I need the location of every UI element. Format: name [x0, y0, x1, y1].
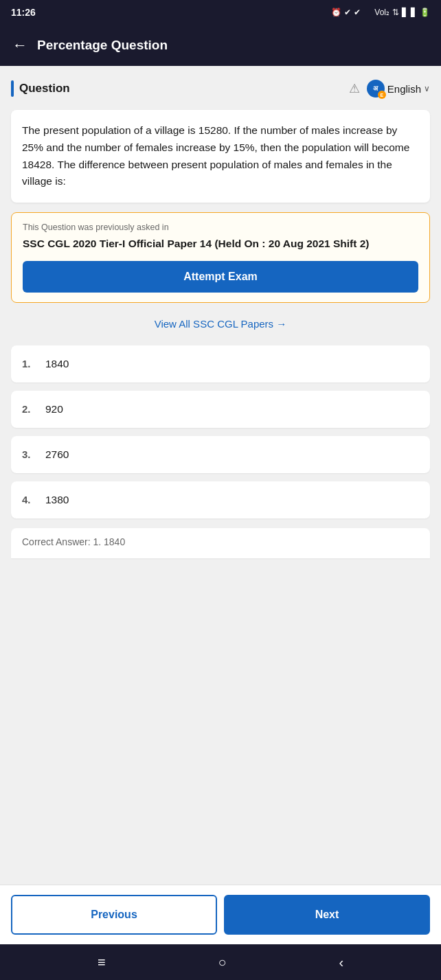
option-3-value: 2760: [45, 448, 69, 461]
options-container: 1. 1840 2. 920 3. 2760 4. 1380: [11, 345, 430, 519]
status-icons: ⏰ ✔ ✔ Vol₂ ⇅ ▋ ▋ 🔋: [331, 8, 430, 17]
menu-icon[interactable]: ≡: [98, 955, 106, 970]
option-3-number: 3.: [22, 448, 36, 460]
check-icon: ✔: [344, 8, 351, 17]
option-3[interactable]: 3. 2760: [11, 436, 430, 473]
signal2-icon: ▋: [411, 8, 417, 17]
question-label-wrap: Question: [11, 80, 70, 97]
attempt-exam-button[interactable]: Attempt Exam: [23, 261, 418, 293]
alarm-icon: ⏰: [331, 8, 341, 17]
next-button[interactable]: Next: [224, 895, 430, 935]
option-1[interactable]: 1. 1840: [11, 345, 430, 383]
option-1-value: 1840: [45, 358, 69, 370]
back-nav-icon[interactable]: ‹: [339, 955, 343, 970]
language-icon: अ E: [367, 80, 385, 98]
previous-button[interactable]: Previous: [11, 895, 217, 935]
option-2[interactable]: 2. 920: [11, 391, 430, 428]
previously-asked-label: This Question was previously asked in: [23, 223, 418, 232]
header: ← Percentage Question: [0, 25, 441, 66]
language-selector[interactable]: अ E English ∨: [367, 80, 430, 98]
option-2-value: 920: [45, 403, 63, 415]
chevron-down-icon: ∨: [424, 84, 430, 93]
bottom-nav: ≡ ○ ‹: [0, 944, 441, 980]
volte-icon: Vol₂: [374, 8, 389, 17]
question-header-right: ⚠ अ E English ∨: [349, 80, 430, 98]
wifi-icon: ⇅: [392, 8, 399, 17]
blue-accent-bar: [11, 80, 14, 97]
correct-answer-bar: Correct Answer: 1. 1840: [11, 528, 430, 558]
navigation-buttons: Previous Next: [0, 885, 441, 944]
option-4[interactable]: 4. 1380: [11, 481, 430, 519]
lang-overlay: E: [378, 91, 386, 99]
option-2-number: 2.: [22, 403, 36, 415]
question-card: The present population of a village is 1…: [11, 110, 430, 203]
correct-answer-text: Correct Answer: 1. 1840: [22, 536, 125, 547]
question-label: Question: [19, 82, 70, 95]
option-1-number: 1.: [22, 358, 36, 369]
option-4-number: 4.: [22, 494, 36, 505]
back-button[interactable]: ←: [12, 36, 27, 54]
status-bar: 11:26 ⏰ ✔ ✔ Vol₂ ⇅ ▋ ▋ 🔋: [0, 0, 441, 25]
question-header: Question ⚠ अ E English ∨: [11, 77, 430, 100]
status-time: 11:26: [11, 7, 36, 18]
home-icon[interactable]: ○: [218, 955, 226, 970]
signal1-icon: ▋: [402, 8, 408, 17]
check2-icon: ✔: [354, 8, 361, 17]
previously-asked-box: This Question was previously asked in SS…: [11, 212, 430, 303]
warning-icon[interactable]: ⚠: [349, 81, 360, 96]
view-all-ssc-link[interactable]: View All SSC CGL Papers →: [155, 318, 287, 330]
language-text: English: [387, 83, 421, 95]
page-title: Percentage Question: [37, 38, 168, 53]
question-text: The present population of a village is 1…: [22, 122, 419, 190]
battery-icon: 🔋: [420, 8, 430, 17]
option-4-value: 1380: [45, 494, 69, 506]
main-content: Question ⚠ अ E English ∨ The present pop…: [0, 66, 441, 885]
view-all-link-container: View All SSC CGL Papers →: [11, 312, 430, 336]
previously-asked-title: SSC CGL 2020 Tier-I Official Paper 14 (H…: [23, 236, 418, 251]
